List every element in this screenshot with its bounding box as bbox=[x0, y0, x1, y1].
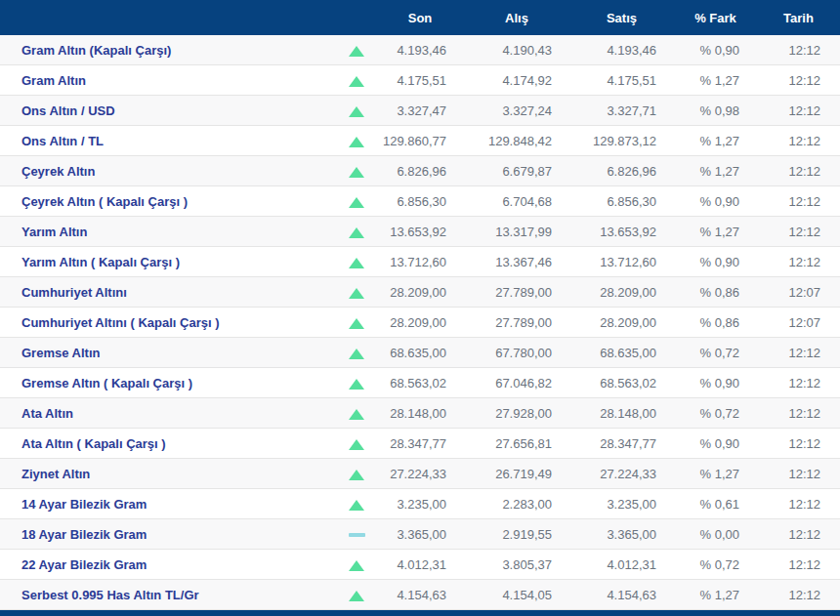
table-row[interactable]: Gremse Altın ( Kapalı Çarşı ) 68.563,02 … bbox=[0, 368, 840, 398]
instrument-name[interactable]: 14 Ayar Bilezik Gram bbox=[0, 489, 337, 519]
col-header-son: Son bbox=[376, 0, 464, 35]
table-row[interactable]: Yarım Altın ( Kapalı Çarşı ) 13.712,60 1… bbox=[0, 247, 840, 277]
table-row[interactable]: Ons Altın / USD 3.327,47 3.327,24 3.327,… bbox=[0, 96, 840, 126]
table-row[interactable]: 14 Ayar Bilezik Gram 3.235,00 2.283,00 3… bbox=[0, 489, 840, 519]
alis-value: 27.928,00 bbox=[464, 398, 569, 429]
son-value: 4.154,63 bbox=[376, 580, 464, 610]
table-row[interactable]: Yarım Altın 13.653,92 13.317,99 13.653,9… bbox=[0, 217, 840, 247]
table-row[interactable]: Gremse Altın 68.635,00 67.780,00 68.635,… bbox=[0, 338, 840, 368]
tarih-value: 12:12 bbox=[757, 398, 840, 429]
table-row[interactable]: Ata Altın 28.148,00 27.928,00 28.148,00 … bbox=[0, 398, 840, 429]
satis-value: 28.148,00 bbox=[569, 398, 674, 429]
alis-value: 27.789,00 bbox=[464, 277, 569, 308]
instrument-name[interactable]: 22 Ayar Bilezik Gram bbox=[0, 550, 337, 580]
col-header-trend bbox=[337, 0, 376, 35]
son-value: 6.856,30 bbox=[376, 186, 464, 217]
satis-value: 4.154,63 bbox=[569, 580, 674, 610]
tarih-value: 12:12 bbox=[757, 459, 840, 489]
instrument-name[interactable]: Ons Altın / TL bbox=[0, 126, 337, 156]
header-row: Son Alış Satış % Fark Tarih bbox=[0, 0, 840, 35]
tarih-value: 12:12 bbox=[757, 247, 840, 277]
trend-up-icon bbox=[349, 349, 364, 359]
table-body: Gram Altın (Kapalı Çarşı) 4.193,46 4.190… bbox=[0, 35, 840, 610]
son-value: 3.365,00 bbox=[376, 519, 464, 550]
satis-value: 28.209,00 bbox=[569, 277, 674, 308]
alis-value: 129.848,42 bbox=[464, 126, 569, 156]
instrument-name[interactable]: Gremse Altın ( Kapalı Çarşı ) bbox=[0, 368, 337, 398]
trend-up-icon bbox=[349, 439, 364, 450]
instrument-name[interactable]: Gremse Altın bbox=[0, 338, 337, 368]
table-row[interactable]: Çeyrek Altın 6.826,96 6.679,87 6.826,96 … bbox=[0, 156, 840, 186]
instrument-name[interactable]: Gram Altın (Kapalı Çarşı) bbox=[0, 35, 337, 65]
son-value: 68.563,02 bbox=[376, 368, 464, 398]
satis-value: 3.327,71 bbox=[569, 96, 674, 126]
table-row[interactable]: 22 Ayar Bilezik Gram 4.012,31 3.805,37 4… bbox=[0, 550, 840, 580]
instrument-name[interactable]: Çeyrek Altın ( Kapalı Çarşı ) bbox=[0, 186, 337, 217]
trend-up-icon bbox=[349, 560, 364, 571]
trend-flat-icon bbox=[349, 533, 365, 537]
fark-value: % 0,90 bbox=[674, 35, 757, 65]
instrument-name[interactable]: Cumhuriyet Altını ( Kapalı Çarşı ) bbox=[0, 308, 337, 338]
table-row[interactable]: Cumhuriyet Altını 28.209,00 27.789,00 28… bbox=[0, 277, 840, 308]
table-row[interactable]: Çeyrek Altın ( Kapalı Çarşı ) 6.856,30 6… bbox=[0, 186, 840, 217]
instrument-name[interactable]: Gram Altın bbox=[0, 65, 337, 96]
table-row[interactable]: Ons Altın / TL 129.860,77 129.848,42 129… bbox=[0, 126, 840, 156]
fark-value: % 0,90 bbox=[674, 186, 757, 217]
alis-value: 3.327,24 bbox=[464, 96, 569, 126]
instrument-name[interactable]: Yarım Altın bbox=[0, 217, 337, 247]
trend-up-icon bbox=[349, 76, 364, 87]
son-value: 28.347,77 bbox=[376, 429, 464, 459]
tarih-value: 12:12 bbox=[757, 550, 840, 580]
instrument-name[interactable]: Serbest 0.995 Has Altın TL/Gr bbox=[0, 580, 337, 610]
trend-up-icon bbox=[349, 470, 364, 480]
trend-up-icon bbox=[349, 227, 364, 238]
son-value: 28.148,00 bbox=[376, 398, 464, 429]
satis-value: 6.856,30 bbox=[569, 186, 674, 217]
satis-value: 28.209,00 bbox=[569, 308, 674, 338]
trend-up-icon bbox=[349, 288, 364, 299]
instrument-name[interactable]: Cumhuriyet Altını bbox=[0, 277, 337, 308]
fark-value: % 0,00 bbox=[674, 519, 757, 550]
son-value: 3.235,00 bbox=[376, 489, 464, 519]
table-row[interactable]: Ata Altın ( Kapalı Çarşı ) 28.347,77 27.… bbox=[0, 429, 840, 459]
tarih-value: 12:07 bbox=[757, 308, 840, 338]
fark-value: % 1,27 bbox=[674, 156, 757, 186]
instrument-name[interactable]: Ata Altın bbox=[0, 398, 337, 429]
table-row[interactable]: 18 Ayar Bilezik Gram 3.365,00 2.919,55 3… bbox=[0, 519, 840, 550]
fark-value: % 1,27 bbox=[674, 459, 757, 489]
instrument-name[interactable]: Yarım Altın ( Kapalı Çarşı ) bbox=[0, 247, 337, 277]
instrument-name[interactable]: Çeyrek Altın bbox=[0, 156, 337, 186]
gold-prices-table: Son Alış Satış % Fark Tarih Gram Altın (… bbox=[0, 0, 840, 610]
table-row[interactable]: Serbest 0.995 Has Altın TL/Gr 4.154,63 4… bbox=[0, 580, 840, 610]
instrument-name[interactable]: Ons Altın / USD bbox=[0, 96, 337, 126]
trend-up-icon bbox=[349, 591, 364, 601]
alis-value: 67.046,82 bbox=[464, 368, 569, 398]
instrument-name[interactable]: Ziynet Altın bbox=[0, 459, 337, 489]
table-header: Son Alış Satış % Fark Tarih bbox=[0, 0, 840, 35]
son-value: 13.712,60 bbox=[376, 247, 464, 277]
table-row[interactable]: Ziynet Altın 27.224,33 26.719,49 27.224,… bbox=[0, 459, 840, 489]
instrument-name[interactable]: Ata Altın ( Kapalı Çarşı ) bbox=[0, 429, 337, 459]
tarih-value: 12:12 bbox=[757, 429, 840, 459]
instrument-name[interactable]: 18 Ayar Bilezik Gram bbox=[0, 519, 337, 550]
alis-value: 13.367,46 bbox=[464, 247, 569, 277]
son-value: 4.012,31 bbox=[376, 550, 464, 580]
trend-up-icon bbox=[349, 379, 364, 390]
tarih-value: 12:12 bbox=[757, 96, 840, 126]
tarih-value: 12:12 bbox=[757, 338, 840, 368]
table-row[interactable]: Gram Altın 4.175,51 4.174,92 4.175,51 % … bbox=[0, 65, 840, 96]
trend-up-icon bbox=[349, 258, 364, 268]
tarih-value: 12:07 bbox=[757, 277, 840, 308]
fark-value: % 0,90 bbox=[674, 368, 757, 398]
table-row[interactable]: Cumhuriyet Altını ( Kapalı Çarşı ) 28.20… bbox=[0, 308, 840, 338]
tarih-value: 12:12 bbox=[757, 35, 840, 65]
alis-value: 26.719,49 bbox=[464, 459, 569, 489]
col-header-satis: Satış bbox=[569, 0, 674, 35]
alis-value: 67.780,00 bbox=[464, 338, 569, 368]
table-row[interactable]: Gram Altın (Kapalı Çarşı) 4.193,46 4.190… bbox=[0, 35, 840, 65]
alis-value: 27.789,00 bbox=[464, 308, 569, 338]
satis-value: 4.012,31 bbox=[569, 550, 674, 580]
tarih-value: 12:12 bbox=[757, 217, 840, 247]
tarih-value: 12:12 bbox=[757, 368, 840, 398]
son-value: 27.224,33 bbox=[376, 459, 464, 489]
